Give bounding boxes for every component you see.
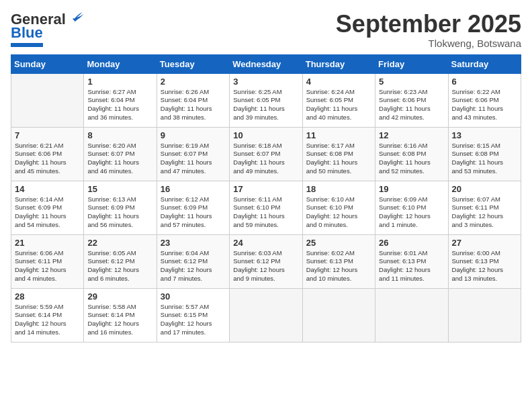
day-number: 6 bbox=[452, 77, 517, 87]
day-info: Sunrise: 6:02 AM Sunset: 6:13 PM Dayligh… bbox=[306, 249, 371, 283]
day-number: 18 bbox=[306, 184, 371, 194]
calendar-week-row: 14Sunrise: 6:14 AM Sunset: 6:09 PM Dayli… bbox=[11, 181, 521, 234]
calendar-cell: 2Sunrise: 6:26 AM Sunset: 6:04 PM Daylig… bbox=[157, 73, 229, 127]
day-info: Sunrise: 6:23 AM Sunset: 6:06 PM Dayligh… bbox=[379, 88, 444, 122]
day-number: 9 bbox=[161, 130, 226, 140]
day-number: 7 bbox=[15, 130, 80, 140]
day-number: 27 bbox=[452, 238, 517, 248]
day-info: Sunrise: 6:11 AM Sunset: 6:10 PM Dayligh… bbox=[233, 195, 298, 230]
day-number: 12 bbox=[379, 130, 444, 140]
day-info: Sunrise: 6:00 AM Sunset: 6:13 PM Dayligh… bbox=[452, 249, 517, 283]
calendar-cell: 14Sunrise: 6:14 AM Sunset: 6:09 PM Dayli… bbox=[11, 181, 84, 234]
calendar-cell: 16Sunrise: 6:12 AM Sunset: 6:09 PM Dayli… bbox=[157, 181, 229, 234]
calendar-cell: 7Sunrise: 6:21 AM Sunset: 6:06 PM Daylig… bbox=[11, 127, 84, 181]
calendar-cell: 17Sunrise: 6:11 AM Sunset: 6:10 PM Dayli… bbox=[230, 181, 302, 234]
calendar-cell: 23Sunrise: 6:04 AM Sunset: 6:12 PM Dayli… bbox=[157, 234, 229, 288]
calendar-cell: 18Sunrise: 6:10 AM Sunset: 6:10 PM Dayli… bbox=[302, 181, 375, 234]
calendar-header-row: SundayMondayTuesdayWednesdayThursdayFrid… bbox=[11, 54, 521, 73]
day-info: Sunrise: 6:15 AM Sunset: 6:08 PM Dayligh… bbox=[452, 142, 517, 176]
title-block: September 2025 Tlokweng, Botswana bbox=[336, 11, 521, 49]
calendar-week-row: 1Sunrise: 6:27 AM Sunset: 6:04 PM Daylig… bbox=[11, 73, 521, 127]
day-info: Sunrise: 6:21 AM Sunset: 6:06 PM Dayligh… bbox=[15, 142, 80, 176]
calendar-cell bbox=[11, 73, 84, 127]
page-header: General Blue September 2025 Tlokweng, Bo… bbox=[11, 11, 521, 49]
calendar-week-row: 28Sunrise: 5:59 AM Sunset: 6:14 PM Dayli… bbox=[11, 288, 521, 342]
day-info: Sunrise: 5:57 AM Sunset: 6:15 PM Dayligh… bbox=[161, 303, 226, 337]
calendar-cell: 11Sunrise: 6:17 AM Sunset: 6:08 PM Dayli… bbox=[302, 127, 375, 181]
day-number: 24 bbox=[233, 238, 298, 248]
calendar-cell: 19Sunrise: 6:09 AM Sunset: 6:10 PM Dayli… bbox=[375, 181, 448, 234]
calendar-cell: 3Sunrise: 6:25 AM Sunset: 6:05 PM Daylig… bbox=[230, 73, 302, 127]
calendar-table: SundayMondayTuesdayWednesdayThursdayFrid… bbox=[11, 54, 521, 342]
calendar-cell: 22Sunrise: 6:05 AM Sunset: 6:12 PM Dayli… bbox=[84, 234, 157, 288]
weekday-header: Monday bbox=[84, 54, 157, 73]
day-info: Sunrise: 6:25 AM Sunset: 6:05 PM Dayligh… bbox=[233, 88, 298, 122]
calendar-week-row: 7Sunrise: 6:21 AM Sunset: 6:06 PM Daylig… bbox=[11, 127, 521, 181]
day-info: Sunrise: 6:17 AM Sunset: 6:08 PM Dayligh… bbox=[306, 142, 371, 176]
day-info: Sunrise: 6:19 AM Sunset: 6:07 PM Dayligh… bbox=[161, 142, 226, 176]
calendar-cell: 12Sunrise: 6:16 AM Sunset: 6:08 PM Dayli… bbox=[375, 127, 448, 181]
calendar-cell bbox=[375, 288, 448, 342]
day-number: 2 bbox=[161, 77, 226, 87]
day-number: 10 bbox=[233, 130, 298, 140]
calendar-cell: 30Sunrise: 5:57 AM Sunset: 6:15 PM Dayli… bbox=[157, 288, 229, 342]
day-number: 5 bbox=[379, 77, 444, 87]
calendar-cell: 6Sunrise: 6:22 AM Sunset: 6:06 PM Daylig… bbox=[448, 73, 521, 127]
day-number: 11 bbox=[306, 130, 371, 140]
day-info: Sunrise: 6:20 AM Sunset: 6:07 PM Dayligh… bbox=[87, 142, 152, 176]
logo-blue-text: Blue bbox=[11, 24, 43, 42]
calendar-cell: 10Sunrise: 6:18 AM Sunset: 6:07 PM Dayli… bbox=[230, 127, 302, 181]
day-info: Sunrise: 6:01 AM Sunset: 6:13 PM Dayligh… bbox=[379, 249, 444, 283]
calendar-cell: 21Sunrise: 6:06 AM Sunset: 6:11 PM Dayli… bbox=[11, 234, 84, 288]
day-number: 4 bbox=[306, 77, 371, 87]
weekday-header: Wednesday bbox=[230, 54, 302, 73]
day-info: Sunrise: 6:13 AM Sunset: 6:09 PM Dayligh… bbox=[87, 195, 152, 230]
day-info: Sunrise: 6:18 AM Sunset: 6:07 PM Dayligh… bbox=[233, 142, 298, 176]
calendar-cell: 26Sunrise: 6:01 AM Sunset: 6:13 PM Dayli… bbox=[375, 234, 448, 288]
day-number: 1 bbox=[87, 77, 152, 87]
day-info: Sunrise: 6:10 AM Sunset: 6:10 PM Dayligh… bbox=[306, 195, 371, 230]
location-text: Tlokweng, Botswana bbox=[336, 38, 521, 49]
day-info: Sunrise: 6:09 AM Sunset: 6:10 PM Dayligh… bbox=[379, 195, 444, 230]
day-info: Sunrise: 6:03 AM Sunset: 6:12 PM Dayligh… bbox=[233, 249, 298, 283]
calendar-cell: 9Sunrise: 6:19 AM Sunset: 6:07 PM Daylig… bbox=[157, 127, 229, 181]
day-info: Sunrise: 6:14 AM Sunset: 6:09 PM Dayligh… bbox=[15, 195, 80, 230]
calendar-cell: 25Sunrise: 6:02 AM Sunset: 6:13 PM Dayli… bbox=[302, 234, 375, 288]
day-number: 25 bbox=[306, 238, 371, 248]
calendar-cell: 28Sunrise: 5:59 AM Sunset: 6:14 PM Dayli… bbox=[11, 288, 84, 342]
day-number: 16 bbox=[161, 184, 226, 194]
calendar-cell: 15Sunrise: 6:13 AM Sunset: 6:09 PM Dayli… bbox=[84, 181, 157, 234]
day-info: Sunrise: 6:04 AM Sunset: 6:12 PM Dayligh… bbox=[161, 249, 226, 283]
day-number: 26 bbox=[379, 238, 444, 248]
calendar-week-row: 21Sunrise: 6:06 AM Sunset: 6:11 PM Dayli… bbox=[11, 234, 521, 288]
weekday-header: Thursday bbox=[302, 54, 375, 73]
weekday-header: Friday bbox=[375, 54, 448, 73]
day-number: 28 bbox=[15, 291, 80, 302]
day-number: 23 bbox=[161, 238, 226, 248]
day-number: 15 bbox=[87, 184, 152, 194]
calendar-cell bbox=[230, 288, 302, 342]
logo-bird-icon bbox=[69, 11, 83, 26]
day-info: Sunrise: 6:16 AM Sunset: 6:08 PM Dayligh… bbox=[379, 142, 444, 176]
day-info: Sunrise: 6:06 AM Sunset: 6:11 PM Dayligh… bbox=[15, 249, 80, 283]
calendar-cell: 13Sunrise: 6:15 AM Sunset: 6:08 PM Dayli… bbox=[448, 127, 521, 181]
logo-underline bbox=[11, 43, 43, 47]
day-number: 8 bbox=[87, 130, 152, 140]
weekday-header: Sunday bbox=[11, 54, 84, 73]
day-info: Sunrise: 6:22 AM Sunset: 6:06 PM Dayligh… bbox=[452, 88, 517, 122]
calendar-cell: 27Sunrise: 6:00 AM Sunset: 6:13 PM Dayli… bbox=[448, 234, 521, 288]
day-number: 20 bbox=[452, 184, 517, 194]
day-number: 13 bbox=[452, 130, 517, 140]
day-info: Sunrise: 5:59 AM Sunset: 6:14 PM Dayligh… bbox=[15, 303, 80, 337]
calendar-cell: 1Sunrise: 6:27 AM Sunset: 6:04 PM Daylig… bbox=[84, 73, 157, 127]
weekday-header: Saturday bbox=[448, 54, 521, 73]
calendar-cell: 20Sunrise: 6:07 AM Sunset: 6:11 PM Dayli… bbox=[448, 181, 521, 234]
day-number: 29 bbox=[87, 291, 152, 302]
calendar-cell: 8Sunrise: 6:20 AM Sunset: 6:07 PM Daylig… bbox=[84, 127, 157, 181]
day-info: Sunrise: 5:58 AM Sunset: 6:14 PM Dayligh… bbox=[87, 303, 152, 337]
month-title: September 2025 bbox=[336, 11, 521, 38]
logo: General Blue bbox=[11, 11, 83, 47]
day-number: 21 bbox=[15, 238, 80, 248]
day-info: Sunrise: 6:12 AM Sunset: 6:09 PM Dayligh… bbox=[161, 195, 226, 230]
day-number: 22 bbox=[87, 238, 152, 248]
